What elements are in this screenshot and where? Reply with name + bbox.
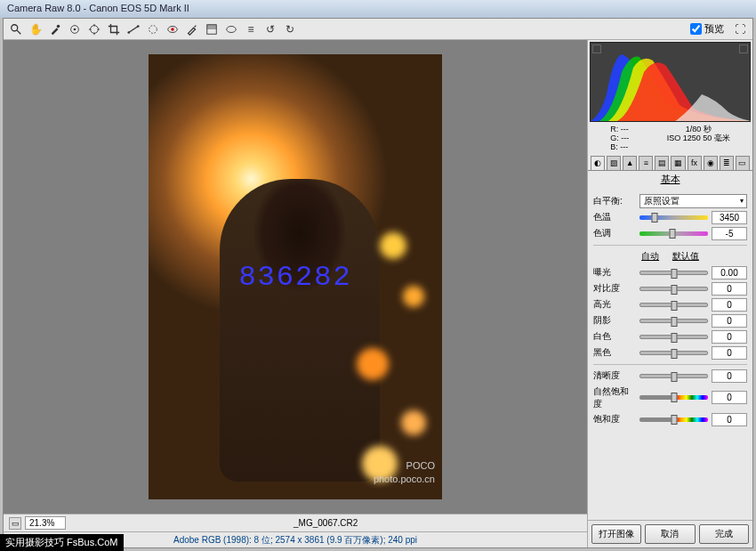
tab-split[interactable]: ▤ [655, 156, 669, 170]
open-image-button[interactable]: 打开图像 [591, 524, 641, 544]
preview-checkbox-input[interactable] [690, 23, 702, 35]
whites-label: 白色 [593, 330, 636, 343]
svg-rect-17 [207, 24, 217, 28]
tab-presets[interactable]: ≣ [720, 156, 734, 170]
exposure-value[interactable]: 0.00 [712, 266, 747, 280]
svg-point-11 [127, 31, 130, 34]
clarity-slider[interactable] [639, 374, 708, 378]
wb-dropdown[interactable]: 原照设置 [639, 194, 747, 208]
svg-point-12 [137, 25, 140, 28]
blacks-label: 黑色 [593, 346, 636, 359]
tab-snapshots[interactable]: ▭ [736, 156, 750, 170]
svg-point-4 [74, 28, 76, 30]
panel-tabs: ◐ ▨ ▲ ≡ ▤ ▦ fx ◉ ≣ ▭ [588, 156, 752, 171]
tab-curve[interactable]: ▨ [607, 156, 621, 170]
tint-label: 色调 [593, 227, 636, 239]
wb-label: 白平衡: [593, 195, 636, 207]
svg-line-10 [129, 26, 139, 32]
svg-line-1 [17, 29, 20, 33]
default-link[interactable]: 默认值 [672, 251, 699, 261]
vibrance-label: 自然饱和度 [593, 385, 636, 410]
rotate-ccw-icon[interactable]: ↺ [261, 20, 279, 38]
tab-fx[interactable]: fx [688, 156, 702, 170]
targeted-adjust-icon[interactable] [85, 20, 103, 38]
contrast-slider[interactable] [639, 287, 708, 291]
eyedropper-white-balance-icon[interactable] [46, 20, 64, 38]
camera-raw-dialog: ✋ ≡ ↺ ↻ 预览 ⛶ 836282 POCOphoto.poco.cn [3, 18, 753, 548]
svg-point-13 [149, 25, 157, 33]
temp-slider[interactable] [639, 215, 708, 220]
vibrance-slider[interactable] [639, 395, 708, 400]
svg-point-2 [57, 24, 60, 28]
hand-tool-icon[interactable]: ✋ [27, 20, 44, 38]
contrast-label: 对比度 [593, 282, 636, 295]
tab-lens[interactable]: ▦ [671, 156, 685, 170]
temp-label: 色温 [593, 211, 636, 223]
svg-point-18 [227, 26, 237, 32]
tab-basic[interactable]: ◐ [591, 156, 605, 170]
auto-link[interactable]: 自动 [641, 251, 659, 261]
fullscreen-icon[interactable]: ⛶ [731, 20, 749, 38]
radial-filter-icon[interactable] [222, 20, 240, 38]
vibrance-value[interactable]: 0 [712, 391, 747, 404]
clarity-value[interactable]: 0 [712, 369, 747, 383]
svg-point-15 [171, 28, 174, 31]
zoom-select[interactable]: 21.3% [25, 516, 66, 530]
exposure-label: 曝光 [593, 266, 636, 279]
page-watermark: 实用摄影技巧 FsBus.CoM [0, 534, 124, 551]
done-button[interactable]: 完成 [699, 524, 749, 544]
graduated-filter-icon[interactable] [203, 20, 221, 38]
spot-removal-icon[interactable] [144, 20, 162, 38]
highlights-label: 高光 [593, 298, 636, 311]
highlights-value[interactable]: 0 [712, 298, 747, 312]
shadows-label: 阴影 [593, 314, 636, 327]
toolbar: ✋ ≡ ↺ ↻ 预览 ⛶ [4, 19, 752, 40]
blacks-slider[interactable] [639, 351, 708, 355]
svg-point-5 [91, 25, 99, 33]
whites-value[interactable]: 0 [712, 330, 747, 344]
histogram[interactable] [590, 42, 751, 122]
rgb-readout: R: --- G: --- B: --- 1/80 秒 ISO 1250 50 … [588, 124, 752, 154]
temp-value[interactable]: 3450 [712, 211, 747, 224]
saturation-label: 饱和度 [593, 413, 636, 425]
crop-tool-icon[interactable] [105, 20, 123, 38]
clarity-label: 清晰度 [593, 369, 636, 382]
adjustment-brush-icon[interactable] [183, 20, 201, 38]
shadows-value[interactable]: 0 [712, 314, 747, 328]
tint-slider[interactable] [639, 231, 708, 236]
saturation-value[interactable]: 0 [712, 413, 747, 426]
preview-checkbox[interactable]: 预览 [690, 22, 724, 36]
tab-calibration[interactable]: ◉ [704, 156, 718, 170]
center-watermark: 836282 [238, 261, 351, 294]
tab-hsl[interactable]: ≡ [639, 156, 653, 170]
contrast-value[interactable]: 0 [712, 282, 747, 296]
svg-point-0 [12, 24, 18, 30]
image-canvas[interactable]: 836282 POCOphoto.poco.cn [4, 40, 587, 514]
photo-preview: 836282 POCOphoto.poco.cn [149, 54, 442, 499]
rotate-cw-icon[interactable]: ↻ [281, 20, 299, 38]
saturation-slider[interactable] [639, 417, 708, 422]
zoom-out-icon[interactable]: ▭ [9, 517, 21, 530]
shadows-slider[interactable] [639, 319, 708, 323]
zoom-tool-icon[interactable] [7, 20, 25, 38]
straighten-tool-icon[interactable] [125, 20, 142, 38]
tint-value[interactable]: -5 [712, 227, 747, 240]
cancel-button[interactable]: 取消 [645, 524, 695, 544]
window-titlebar: Camera Raw 8.0 - Canon EOS 5D Mark II [0, 0, 756, 18]
blacks-value[interactable]: 0 [712, 346, 747, 360]
highlights-slider[interactable] [639, 303, 708, 307]
preferences-icon[interactable]: ≡ [242, 20, 260, 38]
red-eye-icon[interactable] [164, 20, 181, 38]
filename-label: _MG_0067.CR2 [69, 518, 582, 528]
color-sampler-icon[interactable] [66, 20, 84, 38]
tab-detail[interactable]: ▲ [623, 156, 637, 170]
whites-slider[interactable] [639, 335, 708, 339]
panel-title: 基本 [588, 171, 752, 188]
preview-label: 预览 [704, 22, 724, 36]
exposure-slider[interactable] [639, 271, 708, 275]
photo-site-watermark: POCOphoto.poco.cn [374, 459, 435, 485]
